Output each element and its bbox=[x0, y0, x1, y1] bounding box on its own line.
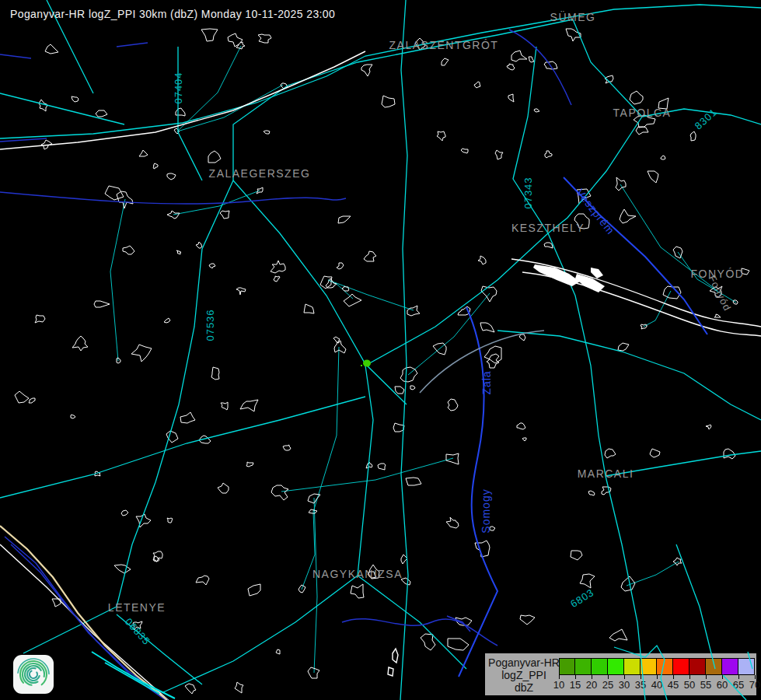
settlement-outlines bbox=[15, 29, 749, 694]
road-label-8301: 8301 bbox=[693, 106, 720, 131]
map-label-layer: SÜMEGZALASZENTGRÓTTAPOLCAZALAEGERSZEGKES… bbox=[0, 0, 761, 700]
county-boundary-lines bbox=[459, 177, 707, 677]
tick-label-10: 10 bbox=[553, 679, 564, 691]
tick-label-65: 65 bbox=[733, 679, 744, 691]
dbz-color-scale bbox=[559, 658, 755, 675]
road-label-07343: 07343 bbox=[522, 177, 534, 208]
road-label-6803: 6803 bbox=[568, 586, 596, 610]
legend-title: Poganyvar-HR logZ_PPI dbZ bbox=[488, 656, 560, 694]
spiral-icon bbox=[13, 655, 54, 694]
river-lines bbox=[0, 30, 571, 700]
legend-title-line1: Poganyvar-HR bbox=[488, 656, 560, 669]
dbz-cell-30 bbox=[624, 658, 641, 675]
town-label-fonyód: FONYÓD bbox=[691, 268, 745, 280]
town-label-tapolca: TAPOLCA bbox=[613, 107, 672, 119]
road-label-07536: 07536 bbox=[204, 309, 216, 341]
dbz-cell-45 bbox=[673, 658, 689, 675]
dbz-cell-50 bbox=[689, 658, 706, 675]
met-spiral-logo bbox=[13, 655, 54, 694]
legend-title-line2: logZ_PPI bbox=[488, 669, 560, 681]
region-label-somogy: Somogy bbox=[480, 488, 492, 533]
tick-label-25: 25 bbox=[602, 679, 613, 691]
main-road-network bbox=[0, 0, 761, 700]
canal-line bbox=[420, 331, 544, 393]
town-label-zalaegerszeg: ZALAEGERSZEG bbox=[209, 167, 311, 180]
shoreline-highlight bbox=[92, 652, 175, 698]
dbz-cell-25 bbox=[608, 658, 624, 675]
town-label-nagykanizsa: NAGYKANIZSA bbox=[312, 568, 403, 580]
region-label-zala: Zala bbox=[480, 370, 493, 394]
dbz-cell-60 bbox=[722, 658, 738, 675]
tick-label-55: 55 bbox=[700, 679, 711, 691]
town-label-marcali: MARCALI bbox=[578, 467, 634, 480]
lakeside-settlement-blobs bbox=[533, 264, 605, 292]
radar-map-viewport: Poganyvar-HR logZ_PPI dbZ 10152025303540… bbox=[0, 0, 761, 700]
region-label-fonyód: Fonyód bbox=[706, 274, 733, 313]
dbz-cell-10 bbox=[559, 658, 575, 675]
tick-label-60: 60 bbox=[717, 679, 728, 691]
tick-label-40: 40 bbox=[651, 679, 662, 691]
tick-label-50: 50 bbox=[684, 679, 695, 691]
road-label-06835: 06835 bbox=[123, 616, 153, 648]
tick-label-35: 35 bbox=[635, 679, 646, 691]
region-label-veszprém: Veszprém bbox=[574, 186, 617, 236]
tick-label-20: 20 bbox=[586, 679, 597, 691]
town-label-zalaszentgrót: ZALASZENTGRÓT bbox=[389, 39, 499, 51]
dbz-cell-65 bbox=[738, 658, 755, 675]
map-vector-overlay bbox=[0, 0, 761, 700]
dbz-legend: Poganyvar-HR logZ_PPI dbZ 10152025303540… bbox=[483, 652, 758, 697]
road-label-07404: 07404 bbox=[173, 72, 184, 103]
radar-echo-green bbox=[361, 360, 371, 367]
town-label-keszthely: KESZTHELY bbox=[511, 222, 585, 234]
dbz-cell-35 bbox=[641, 658, 657, 675]
town-label-sümeg: SÜMEG bbox=[550, 11, 596, 23]
legend-tick-labels: 10152025303540455055606570 bbox=[559, 679, 756, 691]
dbz-cell-20 bbox=[592, 658, 608, 675]
legend-title-line3: dbZ bbox=[488, 681, 560, 694]
radar-product-title: Poganyvar-HR logZ_PPI 30km (dbZ) Monday … bbox=[10, 8, 335, 20]
tick-label-70: 70 bbox=[749, 679, 760, 691]
railway-and-shore-lines bbox=[0, 51, 761, 700]
dbz-cell-40 bbox=[657, 658, 673, 675]
dbz-cell-55 bbox=[706, 658, 722, 675]
tick-label-15: 15 bbox=[570, 679, 581, 691]
town-label-letenye: LETENYE bbox=[108, 601, 166, 614]
tick-label-45: 45 bbox=[668, 679, 679, 691]
dbz-cell-15 bbox=[575, 658, 592, 675]
tick-label-30: 30 bbox=[619, 679, 630, 691]
minor-road-network bbox=[110, 46, 736, 673]
